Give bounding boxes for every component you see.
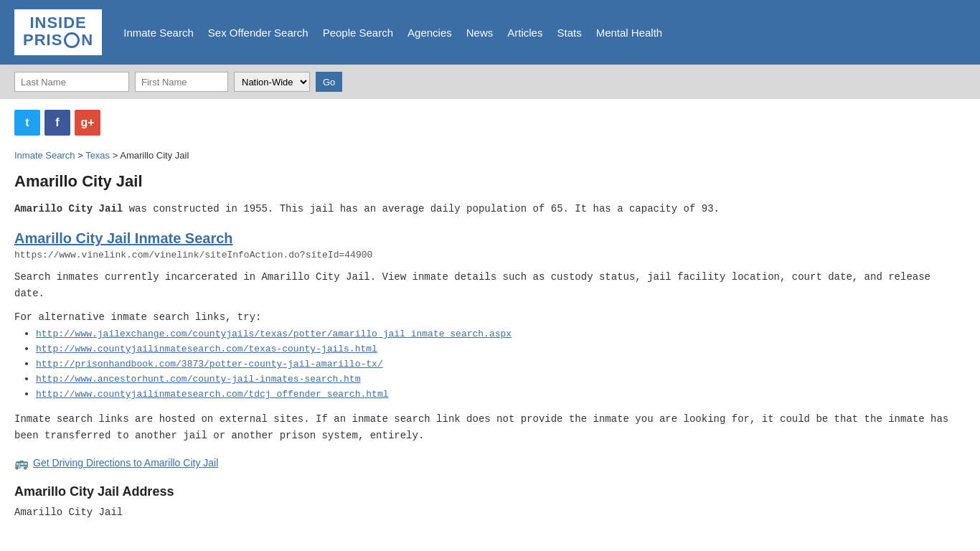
main-content: Inmate Search > Texas > Amarillo City Ja… — [0, 143, 969, 540]
logo-ring-icon — [64, 32, 80, 48]
logo-prison-text: PRISN — [23, 31, 93, 50]
vine-url: https://www.vinelink.com/vinelink/siteIn… — [14, 250, 954, 260]
site-logo[interactable]: INSIDE PRISN — [14, 9, 102, 55]
address-section-title: Amarillo City Jail Address — [14, 484, 954, 499]
breadcrumb-texas[interactable]: Texas — [85, 150, 110, 161]
inmate-search-link[interactable]: Amarillo City Jail Inmate Search — [14, 230, 233, 246]
nav-news[interactable]: News — [466, 27, 494, 39]
list-item: http://www.countyjailinmatesearch.com/te… — [36, 342, 954, 354]
car-icon: 🚌 — [14, 456, 29, 470]
list-item: http://prisonhandbook.com/3873/potter-co… — [36, 357, 954, 369]
first-name-input[interactable] — [135, 72, 228, 92]
list-item: http://www.jailexchange.com/countyjails/… — [36, 327, 954, 339]
breadcrumb-inmate-search[interactable]: Inmate Search — [14, 150, 75, 161]
header: INSIDE PRISN Inmate Search Sex Offender … — [0, 0, 980, 65]
jail-description: Amarillo City Jail was constructed in 19… — [14, 201, 954, 217]
nav-stats[interactable]: Stats — [557, 27, 581, 39]
nav-inmate-search[interactable]: Inmate Search — [123, 27, 194, 39]
directions-line: 🚌 Get Driving Directions to Amarillo Cit… — [14, 456, 954, 470]
logo-pris: PRIS — [23, 31, 62, 50]
location-select[interactable]: Nation-Wide Alabama Alaska Arizona Texas — [234, 72, 310, 92]
disclaimer-text: Inmate search links are hosted on extern… — [14, 411, 954, 443]
search-description: Search inmates currently incarcerated in… — [14, 269, 954, 301]
breadcrumb-current: Amarillo City Jail — [120, 150, 189, 161]
twitter-icon[interactable]: t — [14, 110, 40, 136]
description-rest: was constructed in 1955. This jail has a… — [123, 203, 720, 215]
alt-link-3[interactable]: http://prisonhandbook.com/3873/potter-co… — [36, 359, 383, 369]
alt-links-list: http://www.jailexchange.com/countyjails/… — [36, 327, 954, 400]
nav-articles[interactable]: Articles — [507, 27, 542, 39]
main-nav: Inmate Search Sex Offender Search People… — [123, 27, 662, 39]
breadcrumb-sep1: > — [77, 150, 85, 161]
address-first-line: Amarillo City Jail — [14, 507, 954, 518]
jail-name-bold: Amarillo City Jail — [14, 203, 123, 215]
alt-link-5[interactable]: http://www.countyjailinmatesearch.com/td… — [36, 389, 388, 400]
social-icons: t f g+ — [0, 99, 980, 143]
facebook-icon[interactable]: f — [44, 110, 70, 136]
breadcrumb: Inmate Search > Texas > Amarillo City Ja… — [14, 150, 954, 161]
google-plus-icon[interactable]: g+ — [75, 110, 100, 136]
inmate-search-heading: Amarillo City Jail Inmate Search — [14, 230, 954, 247]
logo-inside-text: INSIDE — [23, 15, 93, 31]
page-title: Amarillo City Jail — [14, 172, 954, 191]
list-item: http://www.ancestorhunt.com/county-jail-… — [36, 372, 954, 385]
breadcrumb-sep2: > — [113, 150, 121, 161]
list-item: http://www.countyjailinmatesearch.com/td… — [36, 387, 954, 400]
alt-link-1[interactable]: http://www.jailexchange.com/countyjails/… — [36, 329, 512, 339]
alt-links-intro: For alternative inmate search links, try… — [14, 311, 954, 323]
logo-n: N — [81, 31, 93, 50]
nav-agencies[interactable]: Agencies — [407, 27, 452, 39]
nav-sex-offender-search[interactable]: Sex Offender Search — [208, 27, 308, 39]
search-bar: Nation-Wide Alabama Alaska Arizona Texas… — [0, 65, 980, 99]
alt-link-2[interactable]: http://www.countyjailinmatesearch.com/te… — [36, 344, 377, 354]
driving-directions-link[interactable]: Get Driving Directions to Amarillo City … — [33, 457, 218, 468]
last-name-input[interactable] — [14, 72, 129, 92]
nav-people-search[interactable]: People Search — [323, 27, 393, 39]
nav-mental-health[interactable]: Mental Health — [596, 27, 663, 39]
alt-link-4[interactable]: http://www.ancestorhunt.com/county-jail-… — [36, 374, 360, 385]
go-button[interactable]: Go — [316, 72, 342, 92]
